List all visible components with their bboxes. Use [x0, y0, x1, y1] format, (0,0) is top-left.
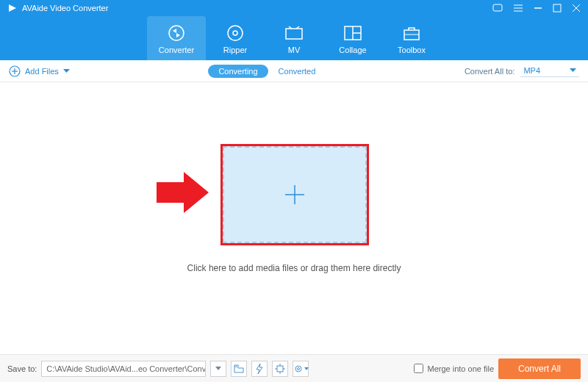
svg-point-10: [228, 26, 243, 40]
bottombar: Save to: C:\AVAide Studio\AVAid...eo Con…: [0, 354, 588, 382]
chevron-down-icon: [304, 367, 309, 370]
svg-marker-22: [570, 68, 576, 72]
nav-ripper[interactable]: Ripper: [206, 16, 265, 60]
chevron-down-icon: [215, 367, 221, 370]
chevron-down-icon: [570, 68, 576, 73]
main-nav: Converter Ripper MV Collage Toolbox: [0, 16, 588, 60]
svg-rect-6: [553, 4, 561, 12]
add-files-button[interactable]: Add Files: [9, 65, 70, 77]
add-files-label: Add Files: [25, 67, 59, 76]
dropzone-highlight: [220, 144, 369, 245]
app-title: AVAide Video Converter: [22, 4, 492, 12]
svg-marker-35: [304, 367, 309, 370]
svg-rect-12: [286, 29, 302, 39]
nav-mv[interactable]: MV: [265, 16, 323, 60]
nav-converter[interactable]: Converter: [147, 16, 206, 60]
plus-circle-icon: [9, 65, 21, 77]
save-path-value: C:\AVAide Studio\AVAid...eo Converter\Co…: [46, 364, 206, 373]
tab-converting[interactable]: Converting: [208, 65, 268, 78]
merge-checkbox[interactable]: Merge into one file: [414, 364, 495, 373]
convert-all-button[interactable]: Convert All: [498, 358, 581, 379]
dropzone[interactable]: [223, 146, 367, 243]
format-value: MP4: [523, 66, 540, 75]
titlebar: AVAide Video Converter: [0, 0, 588, 16]
nav-collage[interactable]: Collage: [323, 16, 382, 60]
svg-marker-27: [257, 364, 262, 374]
svg-point-11: [233, 31, 237, 35]
plus-icon: [282, 182, 307, 207]
nav-toolbox[interactable]: Toolbox: [382, 16, 441, 60]
minimize-icon[interactable]: [534, 4, 542, 12]
save-path-field[interactable]: C:\AVAide Studio\AVAid...eo Converter\Co…: [41, 361, 206, 377]
gpu-button[interactable]: [272, 361, 288, 377]
svg-rect-28: [277, 366, 283, 372]
svg-marker-23: [157, 172, 209, 213]
maximize-icon[interactable]: [553, 4, 562, 12]
nav-label: Collage: [339, 46, 366, 54]
svg-rect-1: [493, 4, 502, 11]
nav-label: Converter: [159, 46, 194, 54]
toolbox-icon: [402, 23, 421, 43]
merge-checkbox-input[interactable]: [414, 364, 423, 373]
open-folder-button[interactable]: [231, 361, 247, 377]
svg-point-9: [169, 26, 184, 40]
feedback-icon[interactable]: [492, 4, 503, 12]
svg-point-33: [295, 366, 301, 372]
gear-icon: [293, 364, 304, 374]
merge-label: Merge into one file: [428, 364, 495, 373]
save-to-label: Save to:: [7, 364, 37, 373]
mv-icon: [284, 23, 304, 43]
nav-label: MV: [288, 46, 301, 54]
dropzone-hint: Click here to add media files or drag th…: [0, 263, 588, 273]
path-dropdown-button[interactable]: [210, 361, 226, 377]
window-controls: [492, 4, 581, 12]
lightning-icon: [256, 364, 263, 374]
collage-icon: [343, 23, 362, 43]
annotation-arrow-icon: [153, 169, 212, 216]
svg-marker-26: [215, 367, 221, 370]
svg-marker-0: [9, 4, 16, 12]
nav-label: Ripper: [223, 46, 247, 54]
speed-button[interactable]: [251, 361, 268, 377]
settings-button[interactable]: [293, 361, 309, 377]
format-select[interactable]: MP4: [520, 65, 579, 77]
chevron-down-icon: [63, 69, 70, 73]
main-area: Click here to add media files or drag th…: [0, 82, 588, 354]
convert-all-to-label: Convert All to:: [465, 67, 514, 76]
app-logo-icon: [7, 3, 18, 13]
nav-label: Toolbox: [398, 46, 426, 54]
menu-icon[interactable]: [513, 4, 523, 12]
svg-point-34: [297, 367, 299, 370]
folder-icon: [234, 364, 244, 373]
tab-converted[interactable]: Converted: [268, 65, 326, 78]
ripper-icon: [226, 23, 245, 43]
chip-icon: [275, 364, 285, 374]
converter-icon: [167, 23, 186, 43]
close-icon[interactable]: [572, 4, 581, 12]
svg-marker-21: [63, 69, 70, 73]
subbar: Add Files Converting Converted Convert A…: [0, 60, 588, 82]
